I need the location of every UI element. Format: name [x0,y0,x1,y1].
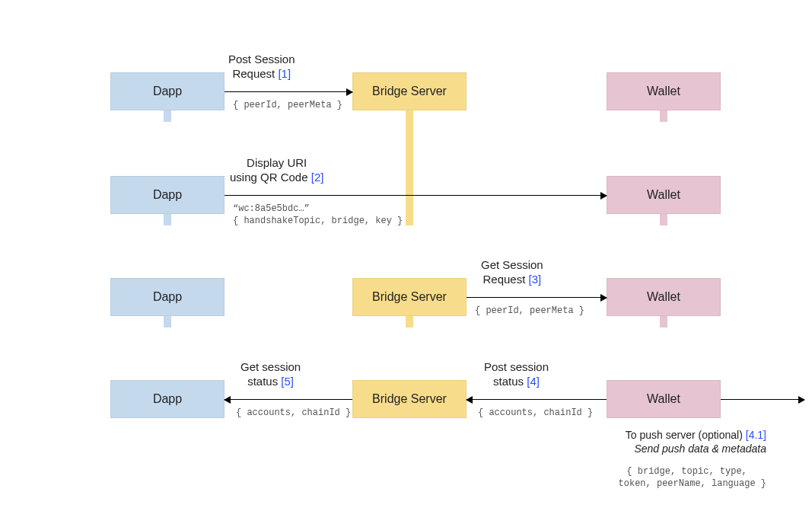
code-step-3: { peerId, peerMeta } [475,305,584,318]
label-step-1: Post Session Request [1] [228,53,295,81]
code-step-5: { accounts, chainId } [236,407,351,420]
bridge-node-1: Bridge Server [352,72,467,110]
wallet-node-1: Wallet [607,72,721,110]
label-push: To push server (optional) [4.1] Send pus… [626,428,766,455]
bridge-line-1 [406,91,413,225]
dapp-node-3: Dapp [110,278,224,316]
label-step-5: Get session status [5] [240,360,301,389]
code-push: { bridge, topic, type, token, peerName, … [607,466,766,490]
label-step-4: Post session status [4] [484,360,549,389]
dapp-node-1: Dapp [110,72,224,110]
bridge-node-2: Bridge Server [352,278,467,316]
code-step-2: “wc:8a5e5bdc…” { handshakeTopic, bridge,… [233,203,403,227]
wallet-node-3: Wallet [607,278,721,316]
arrow-push [721,399,804,400]
arrow-step-5 [224,399,352,400]
arrow-step-2 [224,195,607,196]
wallet-node-4: Wallet [607,380,721,418]
arrow-step-4 [467,399,607,400]
code-step-4: { accounts, chainId } [478,407,593,420]
arrow-step-1 [224,91,352,92]
label-step-2: Display URI using QR Code [2] [230,156,323,185]
wallet-node-2: Wallet [607,176,721,214]
code-step-1: { peerId, peerMeta } [233,100,342,112]
label-step-3: Get Session Request [3] [481,258,543,287]
dapp-node-2: Dapp [110,176,224,214]
arrow-step-3 [467,297,607,298]
dapp-node-4: Dapp [110,380,224,418]
bridge-node-3: Bridge Server [352,380,467,418]
